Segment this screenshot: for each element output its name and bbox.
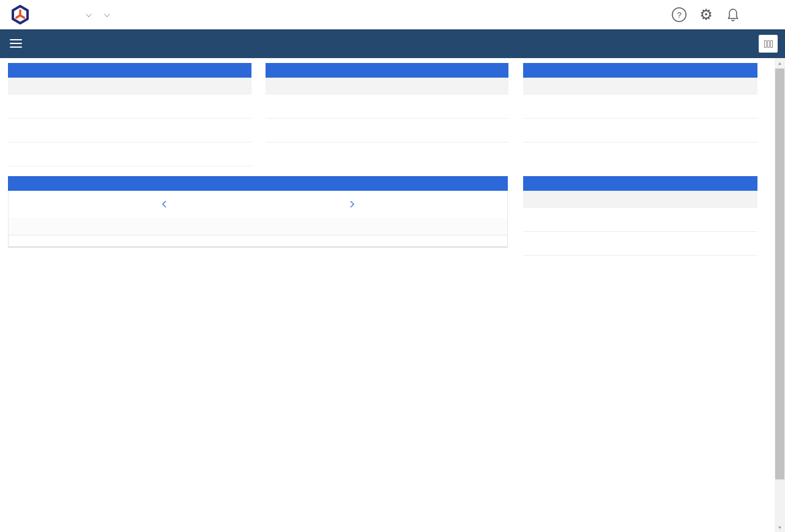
table-row xyxy=(523,208,757,232)
vertical-scrollbar: ▲ ▼ xyxy=(775,58,785,532)
next-month-button[interactable] xyxy=(344,197,359,212)
scrollbar-thumb[interactable] xyxy=(775,68,784,479)
menu-icon[interactable] xyxy=(10,39,22,48)
help-icon[interactable]: ? xyxy=(671,7,687,23)
scroll-up-icon[interactable]: ▲ xyxy=(775,58,785,68)
team-workload-card xyxy=(8,63,251,166)
top-navbar: ? ⚙ xyxy=(0,0,785,29)
svg-text:?: ? xyxy=(677,10,681,20)
engineer-avatar xyxy=(14,123,29,138)
completed-orders-list-card xyxy=(523,176,757,256)
table-row xyxy=(523,232,757,256)
breadcrumb-org[interactable] xyxy=(81,13,90,17)
table-row xyxy=(266,95,508,119)
active-orders-card xyxy=(266,63,508,142)
table-row xyxy=(8,119,251,142)
table-row xyxy=(8,95,251,119)
completed-orders-calendar-card xyxy=(8,176,508,248)
dashboard-content xyxy=(0,58,775,532)
calendar-month-nav xyxy=(9,191,507,218)
scroll-down-icon[interactable]: ▼ xyxy=(775,522,785,532)
day-orders-panel xyxy=(9,235,507,247)
chevron-down-icon xyxy=(86,11,92,17)
table-row xyxy=(266,119,508,142)
board-view-button[interactable] xyxy=(759,35,778,53)
due-dates-card xyxy=(523,63,757,142)
prev-month-button[interactable] xyxy=(157,197,172,212)
calendar-weekday-header xyxy=(9,218,507,235)
engineer-avatar xyxy=(14,99,29,114)
engineer-avatar xyxy=(14,147,29,161)
table-row xyxy=(523,119,757,142)
settings-icon[interactable]: ⚙ xyxy=(698,7,714,23)
app-logo[interactable] xyxy=(11,5,34,27)
table-row xyxy=(523,95,757,119)
topbar-actions: ? ⚙ xyxy=(671,0,769,29)
columns-icon xyxy=(764,40,767,48)
user-avatar[interactable] xyxy=(752,6,769,23)
notifications-icon[interactable] xyxy=(725,7,741,23)
chevron-down-icon xyxy=(104,11,110,17)
breadcrumb-project[interactable] xyxy=(100,13,108,17)
table-row xyxy=(8,142,251,166)
breadcrumb xyxy=(81,0,108,29)
pace-cube-icon xyxy=(11,5,29,27)
page-header-bar xyxy=(0,29,785,58)
